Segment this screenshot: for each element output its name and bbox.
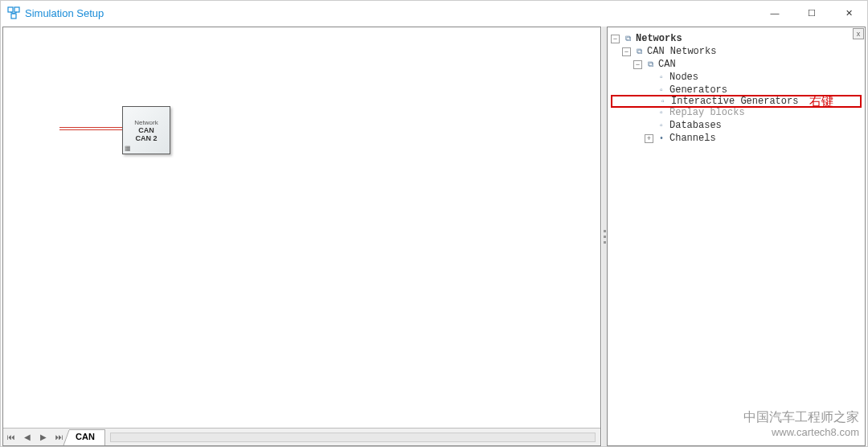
window-title: Simulation Setup (25, 7, 756, 19)
network-node-can[interactable]: Network CAN CAN 2 ▦ (122, 106, 170, 154)
tab-prev-button[interactable]: ◀ (20, 430, 35, 445)
panel-close-button[interactable]: x (853, 28, 864, 39)
tree-label: Replay blocks (669, 107, 745, 118)
tree-label: CAN Networks (647, 46, 716, 57)
node-bus-label: CAN 2 (135, 134, 157, 142)
tree-item-channels[interactable]: + • Channels (611, 132, 862, 145)
svg-rect-1 (14, 7, 19, 12)
network-group-icon: ⧉ (633, 46, 645, 57)
canvas-tab-strip: ⏮ ◀ ▶ ⏭ CAN (3, 428, 600, 445)
toggle-collapse-icon[interactable]: − (633, 60, 642, 69)
tree-item-databases[interactable]: ▫ Databases (611, 119, 862, 132)
tree-item-nodes[interactable]: ▫ Nodes (611, 71, 862, 84)
bus-wire-bottom (59, 129, 124, 130)
tree-item-can-networks[interactable]: − ⧉ CAN Networks (611, 45, 862, 58)
splitter-grip (604, 236, 606, 238)
svg-rect-2 (11, 14, 16, 18)
right-click-annotation: 右键 (809, 94, 833, 109)
node-type-label: Network (134, 119, 158, 126)
splitter-grip (604, 230, 606, 232)
svg-rect-0 (8, 7, 13, 12)
minimize-button[interactable]: — (756, 1, 793, 25)
tree-label: Channels (669, 133, 716, 144)
close-button[interactable]: ✕ (830, 1, 867, 25)
window-controls: — ☐ ✕ (756, 1, 867, 25)
maximize-button[interactable]: ☐ (793, 1, 830, 25)
tree-label: Interactive Generators (671, 96, 798, 107)
network-tree-panel: x − ⧉ Networks − ⧉ CAN Networks − ⧉ (607, 27, 866, 446)
simulation-canvas[interactable]: Network CAN CAN 2 ▦ ⏮ ◀ ▶ ⏭ CAN (2, 27, 601, 446)
bus-wire-top (59, 127, 124, 128)
toggle-collapse-icon[interactable]: − (622, 47, 631, 56)
network-root-icon: ⧉ (622, 33, 633, 44)
replay-blocks-icon: ▫ (656, 107, 667, 118)
tab-scroll-track[interactable] (110, 433, 596, 442)
simulation-setup-window: Simulation Setup — ☐ ✕ Network CAN CAN 2… (0, 0, 868, 447)
tree-label: Databases (669, 120, 722, 131)
interactive-generators-icon: ▫ (657, 96, 669, 107)
tree-item-can[interactable]: − ⧉ CAN (611, 58, 862, 71)
network-tree[interactable]: − ⧉ Networks − ⧉ CAN Networks − ⧉ CAN (608, 27, 865, 150)
tab-first-button[interactable]: ⏮ (4, 430, 18, 445)
tree-item-networks[interactable]: − ⧉ Networks (611, 32, 862, 45)
toggle-collapse-icon[interactable]: − (611, 35, 620, 43)
tree-label: Generators (669, 84, 727, 96)
bus-icon: ⧉ (645, 59, 656, 70)
nodes-icon: ▫ (656, 72, 667, 83)
toggle-expand-icon[interactable]: + (645, 134, 653, 143)
tree-label: Networks (636, 33, 682, 44)
databases-icon: ▫ (656, 120, 667, 131)
titlebar[interactable]: Simulation Setup — ☐ ✕ (1, 1, 867, 25)
tab-next-button[interactable]: ▶ (36, 430, 51, 445)
tree-label: Nodes (669, 72, 698, 83)
node-name-label: CAN (138, 126, 154, 134)
node-status-icon: ▦ (125, 145, 131, 152)
generators-icon: ▫ (656, 84, 667, 96)
app-icon (7, 6, 20, 19)
canvas-inner[interactable]: Network CAN CAN 2 ▦ (3, 27, 600, 424)
channels-icon: • (656, 133, 667, 144)
content-area: Network CAN CAN 2 ▦ ⏮ ◀ ▶ ⏭ CAN (1, 25, 867, 446)
tree-label: CAN (658, 59, 676, 70)
splitter-grip (604, 241, 606, 244)
tab-can[interactable]: CAN (69, 429, 105, 445)
